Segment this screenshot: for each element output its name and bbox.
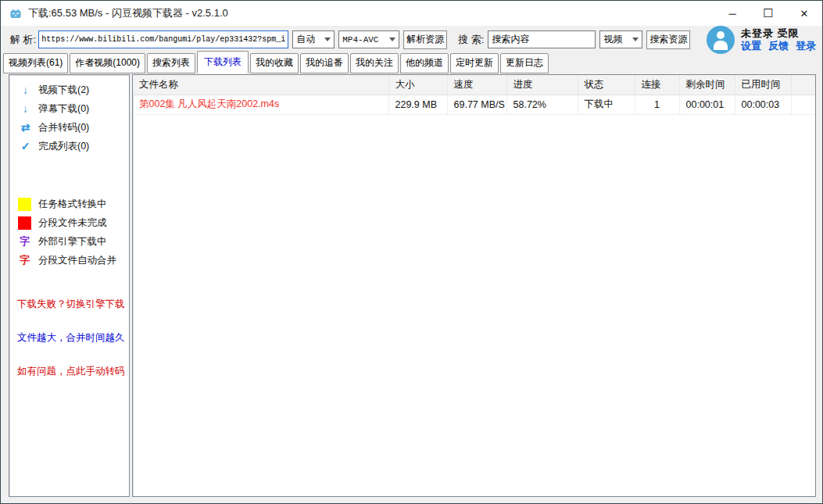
parse-resource-button[interactable]: 解析资源 — [403, 30, 447, 49]
col-speed[interactable]: 速度 — [447, 75, 506, 95]
sidebar-item-danmaku-downloads[interactable]: ↓ 弹幕下载(0) — [9, 99, 129, 118]
col-size[interactable]: 大小 — [388, 75, 447, 95]
col-spacer — [791, 75, 815, 95]
minimize-button[interactable]: ─ — [714, 1, 750, 26]
feedback-link[interactable]: 反馈 — [768, 40, 789, 52]
login-status: 未登录 受限 — [741, 27, 816, 40]
quality-select-value: 自动 — [296, 33, 315, 46]
sidebar: ↓ 视频下载(2) ↓ 弹幕下载(0) ⇄ 合并转码(0) ✓ 完成列表(0) … — [9, 74, 130, 497]
legend-item: 字 分段文件自动合并 — [9, 251, 129, 270]
cell-remaining-time: 00:00:01 — [679, 95, 735, 114]
user-icon — [717, 31, 725, 39]
search-label: 搜 索: — [458, 33, 484, 47]
purple-text-glyph-icon: 字 — [18, 234, 31, 248]
legend: 任务格式转换中 分段文件未完成 字 外部引擎下载中 字 分段文件自动合并 — [9, 195, 129, 270]
tab-video-list[interactable]: 视频列表(61) — [3, 53, 68, 73]
maximize-button[interactable]: ☐ — [750, 1, 786, 26]
tab-my-bangumi[interactable]: 我的追番 — [300, 53, 349, 73]
chevron-down-icon — [324, 38, 331, 41]
sidebar-item-label: 完成列表(0) — [38, 140, 89, 153]
sidebar-notes: 下载失败？切换引擎下载 文件越大，合并时间越久 如有问题，点此手动转码 — [9, 298, 129, 378]
red-swatch-icon — [18, 216, 31, 230]
tab-bar: 视频列表(61) 作者视频(1000) 搜索列表 下载列表 我的收藏 我的追番 … — [1, 53, 822, 73]
col-status[interactable]: 状态 — [578, 75, 635, 95]
user-avatar-icon[interactable] — [707, 26, 735, 54]
format-select-value: MP4-AVC — [342, 35, 378, 45]
search-type-select-value: 视频 — [603, 33, 622, 46]
parse-label: 解 析: — [10, 33, 36, 47]
app-window: 下载:65.53 MB/s - 闪豆视频下载器 - v2.5.1.0 ─ ☐ ✕… — [0, 0, 823, 504]
chevron-down-icon — [632, 38, 639, 41]
col-remaining-time[interactable]: 剩余时间 — [679, 75, 735, 95]
cell-filename[interactable]: 第002集 凡人风起天南2002.m4s — [133, 95, 388, 114]
swap-arrows-icon: ⇄ — [20, 121, 31, 134]
account-area: 未登录 受限 设置 反馈 登录 — [707, 26, 816, 54]
app-logo-icon — [9, 7, 22, 20]
format-select[interactable]: MP4-AVC — [338, 30, 399, 48]
sidebar-item-video-downloads[interactable]: ↓ 视频下载(2) — [9, 80, 129, 99]
download-arrow-icon: ↓ — [20, 102, 31, 115]
toolbar: 解 析: 自动 MP4-AVC 解析资源 搜 索: 视频 搜索资源 未登录 受限 — [1, 26, 822, 53]
cell-elapsed-time: 00:00:03 — [735, 95, 791, 114]
cell-connections: 1 — [635, 95, 679, 114]
sidebar-item-merge-transcode[interactable]: ⇄ 合并转码(0) — [9, 118, 129, 137]
cell-progress: 58.72% — [506, 95, 578, 114]
cell-spacer — [791, 95, 815, 114]
sidebar-item-label: 视频下载(2) — [38, 84, 89, 97]
col-filename[interactable]: 文件名称 — [133, 75, 388, 95]
account-links: 设置 反馈 登录 — [741, 40, 816, 52]
user-icon — [714, 41, 728, 50]
col-elapsed-time[interactable]: 已用时间 — [735, 75, 791, 95]
check-icon: ✓ — [20, 140, 31, 152]
tab-search-list[interactable]: 搜索列表 — [147, 53, 195, 73]
settings-link[interactable]: 设置 — [741, 40, 761, 52]
sidebar-item-label: 弹幕下载(0) — [38, 102, 89, 116]
search-resource-button[interactable]: 搜索资源 — [646, 30, 690, 49]
window-controls: ─ ☐ ✕ — [714, 1, 822, 26]
tab-author-videos[interactable]: 作者视频(1000) — [70, 53, 145, 73]
close-button[interactable]: ✕ — [786, 1, 822, 26]
parse-url-input[interactable] — [38, 30, 288, 48]
legend-item: 字 外部引擎下载中 — [9, 232, 129, 251]
cell-speed: 69.77 MB/S — [447, 95, 506, 114]
table-row[interactable]: 第002集 凡人风起天南2002.m4s 229.9 MB 69.77 MB/S… — [133, 95, 815, 114]
note-merge-time: 文件越大，合并时间越久 — [9, 331, 129, 345]
tab-changelog[interactable]: 更新日志 — [500, 53, 549, 73]
legend-label: 任务格式转换中 — [38, 198, 107, 211]
sidebar-item-completed-list[interactable]: ✓ 完成列表(0) — [9, 137, 129, 155]
yellow-swatch-icon — [18, 198, 31, 211]
quality-select[interactable]: 自动 — [292, 30, 335, 48]
red-text-glyph-icon: 字 — [18, 253, 31, 267]
table-header-row: 文件名称 大小 速度 进度 状态 连接 剩余时间 已用时间 — [133, 75, 815, 95]
tab-my-favorites[interactable]: 我的收藏 — [250, 53, 299, 73]
note-switch-engine[interactable]: 下载失败？切换引擎下载 — [9, 298, 129, 311]
legend-label: 分段文件未完成 — [38, 216, 107, 230]
col-progress[interactable]: 进度 — [506, 75, 578, 95]
download-arrow-icon: ↓ — [20, 84, 31, 96]
legend-item: 任务格式转换中 — [9, 195, 129, 213]
col-connections[interactable]: 连接 — [635, 75, 679, 95]
tab-my-follows[interactable]: 我的关注 — [350, 53, 399, 73]
login-link[interactable]: 登录 — [796, 40, 816, 52]
window-title: 下载:65.53 MB/s - 闪豆视频下载器 - v2.5.1.0 — [28, 6, 228, 20]
legend-label: 外部引擎下载中 — [38, 235, 107, 248]
note-manual-transcode[interactable]: 如有问题，点此手动转码 — [9, 365, 129, 378]
cell-size: 229.9 MB — [388, 95, 447, 114]
download-table: 文件名称 大小 速度 进度 状态 连接 剩余时间 已用时间 第002集 凡人风起… — [133, 75, 815, 115]
search-type-select[interactable]: 视频 — [599, 30, 642, 48]
content-area: ↓ 视频下载(2) ↓ 弹幕下载(0) ⇄ 合并转码(0) ✓ 完成列表(0) … — [1, 73, 822, 503]
title-bar: 下载:65.53 MB/s - 闪豆视频下载器 - v2.5.1.0 ─ ☐ ✕ — [1, 1, 822, 26]
account-text: 未登录 受限 设置 反馈 登录 — [741, 27, 816, 52]
legend-item: 分段文件未完成 — [9, 213, 129, 232]
cell-status: 下载中 — [578, 95, 635, 114]
chevron-down-icon — [389, 38, 395, 41]
download-list-panel: 文件名称 大小 速度 进度 状态 连接 剩余时间 已用时间 第002集 凡人风起… — [132, 74, 816, 497]
search-input[interactable] — [488, 30, 596, 48]
legend-label: 分段文件自动合并 — [38, 254, 116, 267]
tab-scheduled-update[interactable]: 定时更新 — [450, 53, 499, 73]
tab-download-list[interactable]: 下载列表 — [197, 51, 249, 73]
tab-his-channel[interactable]: 他的频道 — [400, 53, 449, 73]
sidebar-item-label: 合并转码(0) — [38, 121, 89, 134]
